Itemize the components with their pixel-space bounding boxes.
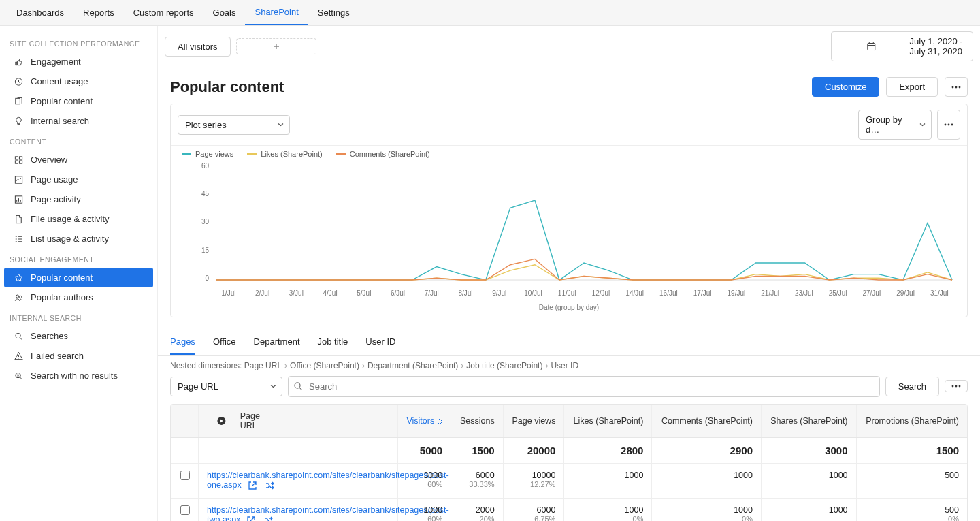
star-icon bbox=[14, 272, 24, 283]
more-actions-button[interactable] bbox=[945, 77, 968, 97]
page-title: Popular content bbox=[170, 78, 284, 96]
topnav-custom-reports[interactable]: Custom reports bbox=[124, 0, 203, 25]
sidebar-item-list-usage-activity[interactable]: List usage & activity bbox=[0, 229, 157, 249]
clock-icon bbox=[14, 76, 24, 86]
file-icon bbox=[14, 214, 24, 224]
top-navigation: DashboardsReportsCustom reportsGoalsShar… bbox=[0, 0, 980, 26]
legend-item[interactable]: Page views bbox=[182, 150, 233, 158]
svg-point-20 bbox=[295, 383, 300, 388]
chevron-down-icon bbox=[278, 122, 284, 128]
sidebar-item-file-usage-activity[interactable]: File usage & activity bbox=[0, 209, 157, 229]
breadcrumb-item[interactable]: Department (SharePoint) bbox=[368, 361, 458, 370]
customize-button[interactable]: Customize bbox=[812, 77, 879, 97]
searchx-icon bbox=[14, 370, 24, 381]
row-checkbox[interactable] bbox=[180, 471, 190, 480]
dimension-select[interactable]: Page URL bbox=[170, 377, 282, 396]
row-checkbox[interactable] bbox=[180, 505, 190, 515]
sidebar-item-overview[interactable]: Overview bbox=[0, 150, 157, 170]
svg-rect-12 bbox=[868, 44, 875, 50]
col-page-views[interactable]: Page views bbox=[503, 405, 564, 438]
sidebar-section: CONTENT bbox=[0, 131, 157, 150]
col-promotions-sharepoint-[interactable]: Promotions (SharePoint) bbox=[856, 405, 967, 438]
sidebar-item-search-with-no-results[interactable]: Search with no results bbox=[0, 366, 157, 385]
date-range-picker[interactable]: July 1, 2020 - July 31, 2020 bbox=[831, 31, 973, 61]
sidebar-item-internal-search[interactable]: Internal search bbox=[0, 111, 157, 131]
bars-icon bbox=[14, 194, 24, 204]
tab-pages[interactable]: Pages bbox=[170, 330, 195, 355]
legend-item[interactable]: Likes (SharePoint) bbox=[247, 150, 323, 158]
sidebar-item-popular-content[interactable]: Popular content bbox=[4, 268, 153, 287]
breadcrumb-item[interactable]: Job title (SharePoint) bbox=[466, 361, 542, 370]
sidebar-item-searches[interactable]: Searches bbox=[0, 326, 157, 346]
shuffle-icon[interactable] bbox=[263, 515, 274, 521]
legend-item[interactable]: Comments (SharePoint) bbox=[336, 150, 430, 158]
col-likes-sharepoint-[interactable]: Likes (SharePoint) bbox=[564, 405, 652, 438]
topnav-settings[interactable]: Settings bbox=[308, 0, 359, 25]
table-more-button[interactable] bbox=[945, 380, 968, 392]
chart-more-button[interactable] bbox=[937, 110, 960, 140]
group-by-select[interactable]: Group by d… bbox=[858, 110, 932, 140]
tab-office[interactable]: Office bbox=[213, 330, 236, 355]
svg-point-23 bbox=[959, 385, 961, 388]
sidebar-item-failed-search[interactable]: Failed search bbox=[0, 346, 157, 366]
sidebar-item-popular-authors[interactable]: Popular authors bbox=[0, 287, 157, 307]
sidebar-item-page-usage[interactable]: Page usage bbox=[0, 170, 157, 189]
tab-department[interactable]: Department bbox=[254, 330, 300, 355]
svg-rect-5 bbox=[19, 160, 22, 163]
sidebar-section: SOCIAL ENGAGEMENT bbox=[0, 249, 157, 268]
chart-icon bbox=[14, 174, 24, 185]
bulb-icon bbox=[14, 116, 24, 126]
sidebar-item-popular-content[interactable]: Popular content bbox=[0, 91, 157, 111]
col-visitors[interactable]: Visitors bbox=[397, 405, 451, 438]
topnav-goals[interactable]: Goals bbox=[203, 0, 246, 25]
sidebar-section: SITE COLLECTION PERFORMANCE bbox=[0, 33, 157, 52]
chart-card: Plot series Group by d… Page viewsLikes … bbox=[170, 104, 968, 317]
search-button[interactable]: Search bbox=[885, 377, 939, 396]
list-icon bbox=[14, 234, 24, 244]
sidebar-item-content-usage[interactable]: Content usage bbox=[0, 72, 157, 91]
shuffle-icon[interactable] bbox=[265, 480, 276, 491]
search-icon bbox=[293, 381, 303, 391]
dots-icon bbox=[951, 86, 962, 89]
sidebar-item-engagement[interactable]: Engagement bbox=[0, 52, 157, 72]
plus-icon bbox=[237, 43, 316, 50]
sidebar-item-page-activity[interactable]: Page activity bbox=[0, 189, 157, 209]
svg-point-9 bbox=[20, 296, 22, 298]
col-comments-sharepoint-[interactable]: Comments (SharePoint) bbox=[652, 405, 762, 438]
dots-icon bbox=[943, 123, 954, 126]
visitor-segment-tab[interactable]: All visitors bbox=[165, 37, 231, 57]
export-button[interactable]: Export bbox=[886, 77, 938, 97]
topnav-sharepoint[interactable]: SharePoint bbox=[245, 0, 308, 25]
alert-icon bbox=[14, 351, 24, 361]
plot-series-select[interactable]: Plot series bbox=[178, 115, 290, 135]
svg-point-14 bbox=[956, 86, 958, 88]
add-segment-button[interactable] bbox=[236, 38, 316, 54]
open-external-icon[interactable] bbox=[247, 480, 258, 491]
thumbs-icon bbox=[14, 57, 24, 67]
table-row: https://clearbank.sharepoint.com/sites/c… bbox=[172, 498, 968, 521]
topnav-dashboards[interactable]: Dashboards bbox=[7, 0, 74, 25]
visitor-tab-bar: All visitors July 1, 2020 - July 31, 202… bbox=[158, 26, 980, 67]
breadcrumb-item[interactable]: Page URL bbox=[244, 361, 282, 370]
svg-point-13 bbox=[952, 86, 954, 88]
chevron-down-icon bbox=[919, 122, 926, 128]
svg-rect-4 bbox=[15, 160, 18, 163]
col-page-url[interactable]: Page URL bbox=[199, 405, 398, 438]
calendar-icon bbox=[840, 42, 903, 51]
open-external-icon[interactable] bbox=[246, 515, 257, 521]
tab-user-id[interactable]: User ID bbox=[365, 330, 395, 355]
tab-job-title[interactable]: Job title bbox=[318, 330, 348, 355]
search-input[interactable] bbox=[288, 376, 880, 397]
col-sessions[interactable]: Sessions bbox=[451, 405, 503, 438]
date-range-text: July 1, 2020 - July 31, 2020 bbox=[910, 36, 964, 57]
svg-rect-1 bbox=[16, 98, 20, 104]
chevron-down-icon bbox=[270, 383, 276, 390]
topnav-reports[interactable]: Reports bbox=[74, 0, 124, 25]
breadcrumb-item[interactable]: User ID bbox=[551, 361, 578, 370]
svg-point-21 bbox=[952, 385, 954, 388]
svg-point-16 bbox=[945, 124, 947, 126]
breadcrumb-item[interactable]: Office (SharePoint) bbox=[290, 361, 359, 370]
svg-point-10 bbox=[16, 333, 21, 338]
grid-icon bbox=[14, 155, 24, 165]
col-shares-sharepoint-[interactable]: Shares (SharePoint) bbox=[761, 405, 856, 438]
